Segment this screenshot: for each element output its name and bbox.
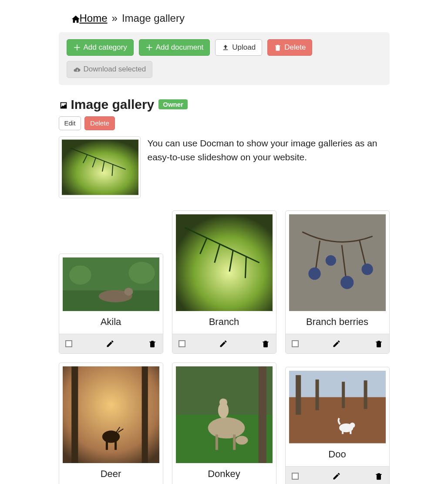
edit-button[interactable]: Edit	[59, 116, 81, 130]
deer-image	[63, 366, 159, 463]
gallery-card: Donkey	[172, 362, 276, 484]
breadcrumb-sep: »	[112, 12, 118, 24]
svg-rect-28	[115, 437, 117, 450]
svg-point-19	[308, 267, 320, 280]
branch-berries-image	[289, 214, 386, 311]
upload-label: Upload	[232, 43, 256, 52]
svg-rect-24	[71, 366, 78, 463]
svg-point-21	[361, 264, 373, 275]
add-category-label: Add category	[84, 43, 127, 52]
download-selected-label: Download selected	[84, 65, 146, 74]
branch-thumbnail-image	[62, 139, 138, 195]
trash-icon[interactable]	[374, 472, 383, 481]
card-image-link[interactable]	[59, 254, 163, 311]
gallery-card: Deer	[59, 362, 163, 484]
svg-rect-43	[364, 380, 367, 409]
svg-rect-34	[215, 434, 218, 450]
card-image-link[interactable]	[286, 211, 389, 311]
svg-rect-39	[289, 397, 386, 443]
card-checkbox[interactable]	[292, 473, 299, 480]
gallery-card: Akila	[59, 254, 163, 354]
card-checkbox[interactable]	[179, 340, 185, 347]
card-checkbox[interactable]	[292, 340, 299, 347]
card-title[interactable]: Branch	[172, 311, 276, 334]
svg-point-10	[69, 265, 91, 284]
card-title[interactable]: Branch berries	[286, 311, 389, 334]
svg-point-11	[128, 262, 155, 284]
gallery-card: Branch berries	[285, 210, 390, 354]
akila-image	[63, 257, 159, 311]
svg-point-37	[219, 398, 227, 406]
card-image-link[interactable]	[59, 363, 163, 463]
card-title[interactable]: Deer	[59, 463, 163, 484]
svg-point-9	[124, 288, 133, 295]
svg-point-20	[340, 276, 354, 289]
owner-badge: Owner	[158, 99, 188, 109]
svg-rect-0	[62, 139, 138, 195]
add-document-button[interactable]: Add document	[139, 39, 210, 56]
plus-icon	[145, 44, 153, 51]
svg-rect-42	[342, 382, 345, 409]
breadcrumb: Home » Image gallery	[71, 12, 390, 24]
add-category-button[interactable]: Add category	[67, 39, 134, 56]
card-checkbox[interactable]	[65, 340, 72, 347]
doo-image	[289, 371, 386, 443]
trash-icon[interactable]	[261, 339, 270, 348]
card-image-link[interactable]	[172, 363, 276, 463]
trash-icon[interactable]	[374, 339, 383, 348]
svg-rect-25	[141, 366, 148, 463]
page-description: You can use Docman to show your image ga…	[148, 136, 390, 165]
page-delete-button[interactable]: Delete	[84, 116, 115, 130]
delete-label: Delete	[284, 43, 306, 52]
cloud-download-icon	[73, 66, 81, 74]
svg-rect-27	[105, 437, 108, 450]
gallery-card: Branch	[172, 210, 276, 354]
add-document-label: Add document	[156, 43, 204, 52]
svg-rect-38	[289, 371, 386, 397]
svg-rect-41	[315, 379, 319, 410]
card-image-link[interactable]	[172, 211, 276, 311]
svg-point-32	[208, 417, 245, 438]
card-title[interactable]: Doo	[286, 443, 389, 466]
breadcrumb-home-label: Home	[80, 12, 108, 24]
svg-rect-35	[233, 434, 236, 450]
page-title: Image gallery	[71, 97, 155, 112]
breadcrumb-home-link[interactable]: Home	[71, 12, 108, 24]
hero-thumbnail[interactable]	[59, 136, 141, 198]
breadcrumb-current: Image gallery	[122, 12, 185, 24]
svg-rect-18	[289, 214, 386, 311]
svg-line-17	[245, 256, 246, 278]
edit-icon[interactable]	[219, 339, 228, 348]
edit-icon[interactable]	[106, 339, 115, 348]
svg-rect-40	[296, 375, 301, 415]
edit-icon[interactable]	[332, 472, 341, 481]
edit-icon[interactable]	[332, 339, 341, 348]
trash-icon	[274, 44, 282, 51]
delete-button[interactable]: Delete	[267, 39, 312, 56]
upload-button[interactable]: Upload	[215, 39, 262, 56]
gallery-grid: Akila Branch	[59, 210, 390, 484]
donkey-image	[176, 366, 273, 463]
svg-point-26	[102, 430, 119, 443]
svg-point-47	[350, 423, 355, 428]
card-title[interactable]: Akila	[59, 311, 163, 334]
svg-rect-45	[342, 428, 344, 434]
branch-image	[176, 214, 273, 311]
svg-point-22	[325, 255, 336, 266]
svg-point-33	[236, 436, 248, 444]
svg-rect-46	[350, 428, 351, 434]
download-selected-button[interactable]: Download selected	[67, 61, 153, 78]
card-title[interactable]: Donkey	[172, 463, 276, 484]
image-icon	[59, 101, 67, 108]
svg-rect-31	[258, 366, 266, 463]
gallery-card: Doo	[285, 367, 390, 484]
plus-icon	[73, 44, 81, 51]
trash-icon[interactable]	[148, 339, 157, 348]
toolbar: Add category Add document Upload Delete …	[59, 32, 390, 85]
home-icon	[71, 14, 79, 22]
card-image-link[interactable]	[286, 367, 389, 443]
upload-icon	[222, 44, 229, 51]
